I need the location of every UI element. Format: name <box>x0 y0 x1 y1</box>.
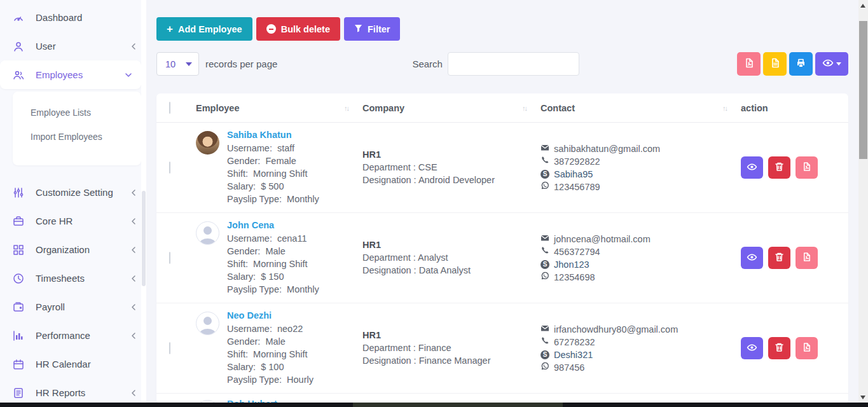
chevron-left-icon <box>130 389 137 397</box>
caret-down-icon <box>186 62 192 66</box>
email-icon <box>541 142 549 155</box>
records-per-page-value: 10 <box>165 59 176 69</box>
view-button[interactable] <box>741 247 763 269</box>
column-visibility-button[interactable] <box>815 52 848 76</box>
search-label: Search <box>412 59 443 69</box>
view-button[interactable] <box>741 156 763 179</box>
sidebar-item-label: Performance <box>36 330 130 341</box>
bulk-delete-label: Bulk delete <box>281 24 330 34</box>
print-button[interactable] <box>789 52 813 76</box>
file-text-icon <box>770 58 780 70</box>
add-employee-label: Add Employee <box>178 24 242 34</box>
trash-icon <box>775 162 784 174</box>
sidebar-item-label: User <box>36 41 130 52</box>
sidebar: Dashboard User Employees Employee Lists … <box>0 0 146 407</box>
user-icon <box>11 39 25 53</box>
pdf-button[interactable] <box>796 247 818 269</box>
page-scrollbar-thumb[interactable] <box>859 21 867 159</box>
sort-icon[interactable]: ↑↓ <box>722 104 727 112</box>
file-pdf-icon <box>802 342 811 354</box>
phone-icon <box>541 155 549 168</box>
column-header-company[interactable]: Company ↑↓ <box>362 103 541 113</box>
eye-icon <box>822 59 834 69</box>
select-all-checkbox[interactable] <box>169 102 170 114</box>
pdf-button[interactable] <box>796 156 818 179</box>
employee-name-link[interactable]: Neo Dezhi <box>227 310 313 321</box>
submenu-item-import-employees[interactable]: Import Employees <box>13 125 141 149</box>
sidebar-item-label: Organization <box>36 244 130 255</box>
chevron-left-icon <box>130 189 137 197</box>
row-checkbox[interactable] <box>169 162 170 174</box>
minus-circle-icon <box>266 24 276 34</box>
sidebar-scrollbar[interactable] <box>141 0 146 407</box>
sidebar-item-user[interactable]: User <box>0 32 146 60</box>
sidebar-item-performance[interactable]: Performance <box>0 321 146 350</box>
scroll-down-arrow[interactable] <box>860 396 865 399</box>
sliders-icon <box>11 186 25 200</box>
page-scrollbar[interactable] <box>858 0 868 407</box>
pdf-button[interactable] <box>796 337 818 359</box>
delete-button[interactable] <box>768 156 790 179</box>
records-per-page-select[interactable]: 10 <box>156 52 199 76</box>
sidebar-item-label: HR Calendar <box>36 359 137 369</box>
window-bottom-edge <box>0 403 868 407</box>
sidebar-item-dashboard[interactable]: Dashboard <box>0 3 146 32</box>
view-button[interactable] <box>741 337 763 359</box>
main-content: + Add Employee Bulk delete Filter 10 rec… <box>146 0 868 407</box>
hr-app-window: Dashboard User Employees Employee Lists … <box>0 0 868 407</box>
sidebar-item-label: Timesheets <box>36 273 130 284</box>
column-header-contact[interactable]: Contact ↑↓ <box>541 103 741 113</box>
skype-icon: S <box>541 260 549 269</box>
toolbar: + Add Employee Bulk delete Filter <box>156 17 848 41</box>
chevron-left-icon <box>130 275 137 282</box>
avatar <box>196 221 219 245</box>
trash-icon <box>775 342 784 354</box>
filter-label: Filter <box>368 24 390 34</box>
sidebar-item-employees[interactable]: Employees <box>0 60 141 89</box>
sort-icon[interactable]: ↑↓ <box>344 104 348 112</box>
employee-name-link[interactable]: John Cena <box>227 220 319 230</box>
sidebar-item-core-hr[interactable]: Core HR <box>0 207 146 235</box>
column-header-employee[interactable]: Employee ↑↓ <box>196 103 362 113</box>
search-input[interactable] <box>448 52 579 76</box>
avatar <box>196 131 219 155</box>
plus-icon: + <box>167 23 173 36</box>
sidebar-item-customize-setting[interactable]: Customize Setting <box>0 178 146 207</box>
eye-icon <box>747 343 757 354</box>
filter-button[interactable]: Filter <box>344 17 400 41</box>
filter-icon <box>354 24 362 34</box>
export-pdf-button[interactable] <box>737 52 761 76</box>
calendar-icon <box>11 357 25 371</box>
sidebar-item-payroll[interactable]: Payroll <box>0 293 146 321</box>
sidebar-item-timesheets[interactable]: Timesheets <box>0 264 146 293</box>
dashboard-icon <box>11 11 25 25</box>
sidebar-scrollbar-thumb[interactable] <box>142 191 146 286</box>
chevron-left-icon <box>130 217 137 225</box>
submenu-item-employee-lists[interactable]: Employee Lists <box>13 100 141 125</box>
whatsapp-icon <box>541 361 549 374</box>
bar-chart-icon <box>11 329 25 343</box>
export-csv-button[interactable] <box>763 52 787 76</box>
email-icon <box>541 233 549 245</box>
row-checkbox[interactable] <box>169 252 170 264</box>
caret-down-icon <box>836 62 841 66</box>
briefcase-icon <box>11 214 25 228</box>
file-pdf-icon <box>802 252 811 264</box>
sidebar-item-organization[interactable]: Organization <box>0 235 146 264</box>
sidebar-item-label: HR Reports <box>36 387 130 398</box>
report-icon <box>11 386 25 400</box>
row-checkbox[interactable] <box>169 342 170 354</box>
sidebar-item-hr-calendar[interactable]: HR Calendar <box>0 350 146 378</box>
employees-icon <box>11 68 25 82</box>
delete-button[interactable] <box>768 337 790 359</box>
search-group: Search <box>412 52 579 76</box>
delete-button[interactable] <box>768 247 790 269</box>
employee-name-link[interactable]: Sahiba Khatun <box>227 130 319 140</box>
sort-icon[interactable]: ↑↓ <box>522 104 527 112</box>
add-employee-button[interactable]: + Add Employee <box>156 17 252 41</box>
bulk-delete-button[interactable]: Bulk delete <box>256 17 340 41</box>
scroll-up-arrow[interactable] <box>860 4 865 8</box>
wallet-icon <box>11 300 25 314</box>
whatsapp-icon <box>541 271 549 284</box>
whatsapp-icon <box>541 181 549 193</box>
